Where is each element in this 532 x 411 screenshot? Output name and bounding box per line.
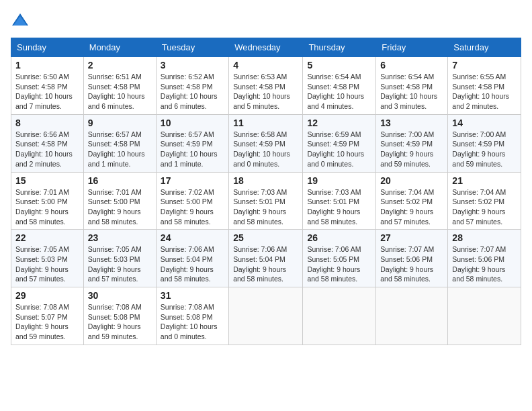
day-info: Sunrise: 7:04 AMSunset: 5:02 PMDaylight:… <box>452 187 517 227</box>
day-info: Sunrise: 7:01 AMSunset: 5:00 PMDaylight:… <box>88 187 152 227</box>
day-number: 29 <box>15 290 79 301</box>
day-number: 21 <box>452 175 517 186</box>
calendar-cell: 17 Sunrise: 7:02 AMSunset: 5:00 PMDaylig… <box>156 172 228 230</box>
day-info: Sunrise: 7:06 AMSunset: 5:04 PMDaylight:… <box>161 244 224 284</box>
calendar-week-row: 1 Sunrise: 6:50 AMSunset: 4:58 PMDayligh… <box>11 57 521 115</box>
calendar-cell: 1 Sunrise: 6:50 AMSunset: 4:58 PMDayligh… <box>11 57 84 115</box>
day-number: 12 <box>307 118 371 128</box>
day-number: 31 <box>161 290 224 301</box>
day-info: Sunrise: 6:59 AMSunset: 4:59 PMDaylight:… <box>307 130 371 169</box>
calendar-cell: 27 Sunrise: 7:07 AMSunset: 5:06 PMDaylig… <box>376 230 448 287</box>
day-number: 13 <box>380 118 443 128</box>
day-number: 17 <box>161 175 224 186</box>
day-info: Sunrise: 7:02 AMSunset: 5:00 PMDaylight:… <box>161 187 224 227</box>
day-info: Sunrise: 7:00 AMSunset: 4:59 PMDaylight:… <box>452 130 517 169</box>
calendar-cell: 15 Sunrise: 7:01 AMSunset: 5:00 PMDaylig… <box>11 172 84 230</box>
calendar-cell: 2 Sunrise: 6:51 AMSunset: 4:58 PMDayligh… <box>83 57 156 115</box>
calendar-cell: 19 Sunrise: 7:03 AMSunset: 5:01 PMDaylig… <box>303 172 376 230</box>
calendar-cell: 23 Sunrise: 7:05 AMSunset: 5:03 PMDaylig… <box>83 230 156 287</box>
day-info: Sunrise: 7:01 AMSunset: 5:00 PMDaylight:… <box>15 187 79 227</box>
calendar-cell: 13 Sunrise: 7:00 AMSunset: 4:59 PMDaylig… <box>376 114 448 172</box>
day-number: 6 <box>380 60 443 71</box>
day-number: 4 <box>233 60 298 71</box>
calendar-cell: 18 Sunrise: 7:03 AMSunset: 5:01 PMDaylig… <box>229 172 303 230</box>
calendar-table: SundayMondayTuesdayWednesdayThursdayFrid… <box>11 38 521 345</box>
day-header-tuesday: Tuesday <box>156 38 228 57</box>
day-info: Sunrise: 7:06 AMSunset: 5:05 PMDaylight:… <box>307 244 371 284</box>
calendar-cell: 31 Sunrise: 7:08 AMSunset: 5:08 PMDaylig… <box>156 287 228 345</box>
day-info: Sunrise: 7:05 AMSunset: 5:03 PMDaylight:… <box>88 244 152 284</box>
day-header-wednesday: Wednesday <box>229 38 303 57</box>
day-number: 5 <box>307 60 371 71</box>
day-info: Sunrise: 6:57 AMSunset: 4:59 PMDaylight:… <box>161 130 224 169</box>
calendar-cell: 28 Sunrise: 7:07 AMSunset: 5:06 PMDaylig… <box>448 230 521 287</box>
day-number: 2 <box>88 60 152 71</box>
day-number: 14 <box>452 118 517 128</box>
day-info: Sunrise: 6:54 AMSunset: 4:58 PMDaylight:… <box>380 72 443 111</box>
calendar-cell: 14 Sunrise: 7:00 AMSunset: 4:59 PMDaylig… <box>448 114 521 172</box>
day-number: 22 <box>15 232 79 243</box>
day-number: 28 <box>452 232 517 243</box>
day-number: 15 <box>15 175 79 186</box>
day-number: 9 <box>88 118 152 128</box>
day-info: Sunrise: 6:56 AMSunset: 4:58 PMDaylight:… <box>15 130 79 169</box>
logo-icon <box>11 11 30 30</box>
day-header-monday: Monday <box>83 38 156 57</box>
day-number: 20 <box>380 175 443 186</box>
calendar-cell: 8 Sunrise: 6:56 AMSunset: 4:58 PMDayligh… <box>11 114 84 172</box>
day-number: 3 <box>161 60 224 71</box>
calendar-week-row: 22 Sunrise: 7:05 AMSunset: 5:03 PMDaylig… <box>11 230 521 287</box>
calendar-cell: 10 Sunrise: 6:57 AMSunset: 4:59 PMDaylig… <box>156 114 228 172</box>
day-header-friday: Friday <box>376 38 448 57</box>
day-number: 23 <box>88 232 152 243</box>
calendar-cell: 30 Sunrise: 7:08 AMSunset: 5:08 PMDaylig… <box>83 287 156 345</box>
calendar-cell: 9 Sunrise: 6:57 AMSunset: 4:58 PMDayligh… <box>83 114 156 172</box>
day-number: 24 <box>161 232 224 243</box>
day-number: 11 <box>233 118 298 128</box>
calendar-cell <box>448 287 521 345</box>
day-info: Sunrise: 6:53 AMSunset: 4:58 PMDaylight:… <box>233 72 298 111</box>
calendar-header-row: SundayMondayTuesdayWednesdayThursdayFrid… <box>11 38 521 57</box>
calendar-cell: 22 Sunrise: 7:05 AMSunset: 5:03 PMDaylig… <box>11 230 84 287</box>
day-number: 25 <box>233 232 298 243</box>
day-number: 19 <box>307 175 371 186</box>
day-number: 1 <box>15 60 79 71</box>
day-number: 7 <box>452 60 517 71</box>
day-info: Sunrise: 6:54 AMSunset: 4:58 PMDaylight:… <box>307 72 371 111</box>
calendar-cell <box>376 287 448 345</box>
day-info: Sunrise: 7:00 AMSunset: 4:59 PMDaylight:… <box>380 130 443 169</box>
calendar-cell: 6 Sunrise: 6:54 AMSunset: 4:58 PMDayligh… <box>376 57 448 115</box>
day-info: Sunrise: 6:52 AMSunset: 4:58 PMDaylight:… <box>161 72 224 111</box>
calendar-cell <box>229 287 303 345</box>
calendar-cell: 11 Sunrise: 6:58 AMSunset: 4:59 PMDaylig… <box>229 114 303 172</box>
day-number: 30 <box>88 290 152 301</box>
calendar-cell: 26 Sunrise: 7:06 AMSunset: 5:05 PMDaylig… <box>303 230 376 287</box>
calendar-cell: 16 Sunrise: 7:01 AMSunset: 5:00 PMDaylig… <box>83 172 156 230</box>
day-info: Sunrise: 7:07 AMSunset: 5:06 PMDaylight:… <box>452 244 517 284</box>
day-number: 18 <box>233 175 298 186</box>
day-number: 8 <box>15 118 79 128</box>
logo <box>11 11 32 30</box>
page-header <box>11 11 521 30</box>
day-number: 27 <box>380 232 443 243</box>
calendar-cell: 24 Sunrise: 7:06 AMSunset: 5:04 PMDaylig… <box>156 230 228 287</box>
calendar-cell: 5 Sunrise: 6:54 AMSunset: 4:58 PMDayligh… <box>303 57 376 115</box>
calendar-cell <box>303 287 376 345</box>
calendar-week-row: 8 Sunrise: 6:56 AMSunset: 4:58 PMDayligh… <box>11 114 521 172</box>
day-info: Sunrise: 7:08 AMSunset: 5:08 PMDaylight:… <box>161 302 224 342</box>
calendar-cell: 20 Sunrise: 7:04 AMSunset: 5:02 PMDaylig… <box>376 172 448 230</box>
calendar-cell: 12 Sunrise: 6:59 AMSunset: 4:59 PMDaylig… <box>303 114 376 172</box>
day-info: Sunrise: 7:07 AMSunset: 5:06 PMDaylight:… <box>380 244 443 284</box>
day-info: Sunrise: 6:55 AMSunset: 4:58 PMDaylight:… <box>452 72 517 111</box>
day-info: Sunrise: 7:05 AMSunset: 5:03 PMDaylight:… <box>15 244 79 284</box>
day-info: Sunrise: 6:51 AMSunset: 4:58 PMDaylight:… <box>88 72 152 111</box>
calendar-cell: 7 Sunrise: 6:55 AMSunset: 4:58 PMDayligh… <box>448 57 521 115</box>
day-info: Sunrise: 7:03 AMSunset: 5:01 PMDaylight:… <box>233 187 298 227</box>
calendar-cell: 29 Sunrise: 7:08 AMSunset: 5:07 PMDaylig… <box>11 287 84 345</box>
day-number: 10 <box>161 118 224 128</box>
day-info: Sunrise: 6:57 AMSunset: 4:58 PMDaylight:… <box>88 130 152 169</box>
day-info: Sunrise: 7:06 AMSunset: 5:04 PMDaylight:… <box>233 244 298 284</box>
calendar-cell: 21 Sunrise: 7:04 AMSunset: 5:02 PMDaylig… <box>448 172 521 230</box>
calendar-cell: 4 Sunrise: 6:53 AMSunset: 4:58 PMDayligh… <box>229 57 303 115</box>
day-number: 26 <box>307 232 371 243</box>
